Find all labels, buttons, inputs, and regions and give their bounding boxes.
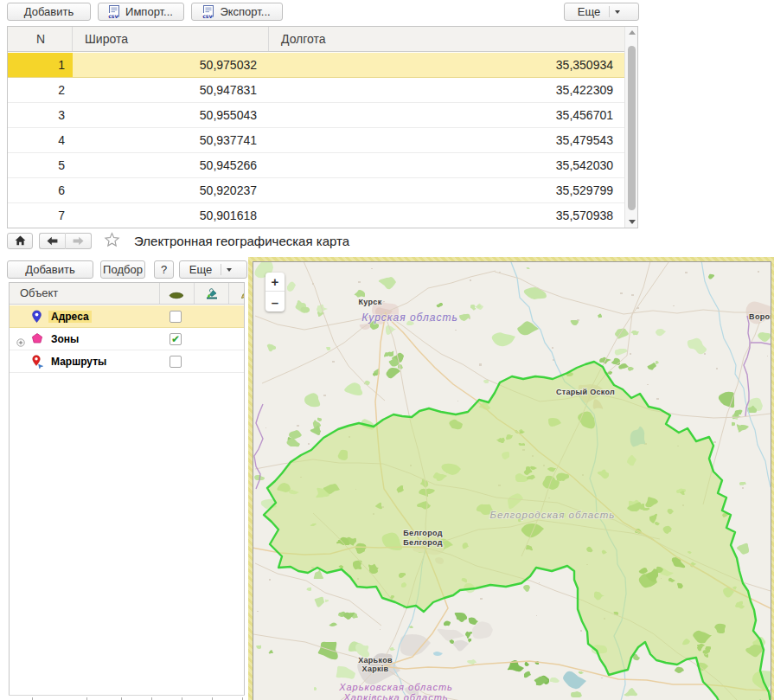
cell-lat[interactable]: 50,945266 — [73, 153, 269, 177]
add-row-button-label: Добавить — [22, 5, 75, 18]
fill-bucket-icon[interactable] — [205, 287, 219, 303]
cell-lat[interactable]: 50,947831 — [73, 78, 269, 102]
cell-n[interactable]: 7 — [8, 203, 73, 228]
cell-lat[interactable]: 50,955043 — [73, 103, 269, 127]
cell-lon[interactable]: 35,350934 — [269, 53, 624, 77]
zoom-in-button[interactable]: + — [265, 273, 285, 292]
table-row[interactable]: 2 50,947831 35,422309 — [8, 78, 624, 103]
visibility-checkbox[interactable] — [170, 311, 182, 323]
panel-add-button[interactable]: Добавить — [7, 260, 93, 279]
table-row[interactable]: 6 50,920237 35,529799 — [8, 178, 624, 203]
import-button[interactable]: csv Импорт... — [98, 3, 184, 21]
cell-lon[interactable]: 35,542030 — [269, 153, 624, 177]
city-label-belgorod: Белгород — [403, 529, 442, 537]
back-button[interactable] — [39, 233, 66, 249]
map-canvas[interactable]: Курск Старый Оскол Белгород Белгород Хар… — [253, 262, 771, 700]
column-header-lat[interactable]: Широта — [73, 27, 269, 51]
city-label-voronezh: Воронеж — [749, 312, 771, 321]
cell-lat[interactable]: 50,920237 — [73, 178, 269, 202]
app-window: Добавить csv Импорт... csv Экспорт... Ещ… — [0, 0, 774, 700]
chevron-down-icon — [615, 10, 620, 14]
table-row[interactable]: 7 50,901618 35,570938 — [8, 203, 624, 228]
export-button-label: Экспорт... — [218, 5, 272, 18]
objects-table-header: Объект — [10, 283, 244, 305]
object-row-addresses[interactable]: Адреса — [10, 305, 244, 328]
panel-add-button-label: Добавить — [23, 263, 76, 276]
cell-n[interactable]: 1 — [8, 53, 73, 77]
cell-n[interactable]: 2 — [8, 78, 73, 102]
cell-lat[interactable]: 50,937741 — [73, 128, 269, 152]
tree-expander-icon[interactable] — [16, 335, 25, 350]
cell-lon[interactable]: 35,456701 — [269, 103, 624, 127]
cell-n[interactable]: 3 — [8, 103, 73, 127]
favorite-star-button[interactable] — [103, 233, 120, 249]
visibility-eye-icon[interactable] — [169, 290, 184, 303]
dropdown-separator — [609, 6, 610, 17]
cell-lon[interactable]: 35,422309 — [269, 78, 624, 102]
cell-lon[interactable]: 35,529799 — [269, 178, 624, 202]
table-row[interactable]: 3 50,955043 35,456701 — [8, 103, 624, 128]
edit-pencil-icon[interactable] — [240, 288, 245, 302]
region-label-kharkov-oblast-ru: Харьковская область — [338, 682, 453, 692]
region-label-kursk-oblast: Курская область — [361, 311, 458, 324]
panel-more-button[interactable]: Еще — [179, 260, 247, 279]
visibility-checkbox[interactable] — [170, 356, 182, 368]
city-label-kharkov-ua: Харків — [362, 665, 389, 673]
visibility-checkbox[interactable]: ✔ — [170, 333, 182, 345]
scroll-down-icon[interactable] — [629, 220, 636, 224]
city-label-kharkov-ru: Харьков — [358, 656, 393, 665]
table-body: 1 50,975032 35,350934 2 50,947831 35,422… — [8, 53, 624, 228]
navigation-bar: Электронная географическая карта — [0, 228, 774, 256]
table-row[interactable]: 1 50,975032 35,350934 — [8, 53, 624, 78]
column-header-lon[interactable]: Долгота — [269, 27, 624, 51]
cell-lat[interactable]: 50,901618 — [73, 203, 269, 228]
region-label-belgorod-oblast: Белгородская область — [490, 510, 616, 520]
scrollbar-thumb[interactable] — [628, 46, 636, 210]
more-button-top[interactable]: Еще — [564, 3, 639, 21]
objects-table-body: Адреса Зоны ✔ Маршруты — [10, 305, 244, 373]
cell-lon[interactable]: 35,479543 — [269, 128, 624, 152]
object-row-zones[interactable]: Зоны ✔ — [10, 328, 244, 350]
zones-icon — [31, 332, 43, 348]
home-icon — [15, 234, 26, 249]
svg-text:csv: csv — [203, 13, 213, 19]
objects-table-hscroll[interactable] — [9, 695, 245, 700]
chevron-down-icon — [227, 268, 232, 272]
cell-n[interactable]: 5 — [8, 153, 73, 177]
table-row[interactable]: 4 50,937741 35,479543 — [8, 128, 624, 153]
table-row[interactable]: 5 50,945266 35,542030 — [8, 153, 624, 178]
vertical-scrollbar[interactable] — [624, 27, 637, 228]
map-focus-frame: Курск Старый Оскол Белгород Белгород Хар… — [248, 257, 774, 700]
cell-lat[interactable]: 50,975032 — [73, 53, 269, 77]
object-row-routes[interactable]: Маршруты — [10, 350, 244, 373]
home-button[interactable] — [7, 233, 33, 249]
column-separator — [194, 283, 195, 304]
cell-n[interactable]: 4 — [8, 128, 73, 152]
column-header-object[interactable]: Объект — [20, 286, 58, 299]
map-objects-table: Объект Адреса Зоны ✔ Маршруты — [9, 282, 245, 696]
svg-text:csv: csv — [108, 13, 118, 19]
zoom-out-button[interactable]: – — [265, 292, 285, 311]
region-label-kharkov-oblast-ua: Харківська область — [342, 692, 448, 700]
panel-pick-button-label: Подбор — [101, 263, 144, 276]
panel-help-button-label: ? — [159, 263, 169, 276]
map-zoom-control: + – — [265, 273, 285, 311]
cell-lon[interactable]: 35,570938 — [269, 203, 624, 228]
city-label-kursk: Курск — [359, 298, 382, 306]
object-label[interactable]: Адреса — [48, 311, 92, 323]
import-button-label: Импорт... — [124, 5, 175, 18]
forward-button[interactable] — [66, 233, 92, 249]
panel-help-button[interactable]: ? — [154, 260, 174, 279]
panel-more-button-label: Еще — [188, 263, 214, 276]
export-button[interactable]: csv Экспорт... — [191, 3, 283, 21]
city-label-belgorod-alt: Белгород — [403, 538, 442, 547]
add-row-button[interactable]: Добавить — [7, 3, 91, 21]
object-label[interactable]: Маршруты — [48, 356, 109, 368]
panel-pick-button[interactable]: Подбор — [100, 260, 145, 279]
csv-icon: csv — [201, 4, 215, 19]
cell-n[interactable]: 6 — [8, 178, 73, 202]
object-label[interactable]: Зоны — [48, 333, 81, 345]
column-header-n[interactable]: N — [8, 27, 73, 51]
map-base — [253, 262, 771, 700]
scroll-up-icon[interactable] — [629, 30, 636, 35]
